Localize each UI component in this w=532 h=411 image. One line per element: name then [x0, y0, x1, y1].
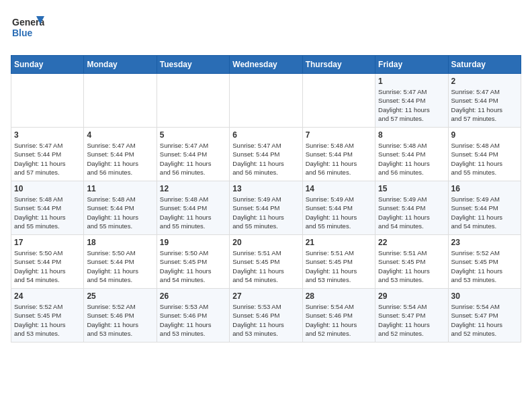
day-number: 24: [14, 291, 81, 301]
col-header-tuesday: Tuesday: [157, 56, 229, 74]
calendar-cell: 24Sunrise: 5:52 AM Sunset: 5:45 PM Dayli…: [11, 289, 84, 342]
day-info: Sunrise: 5:54 AM Sunset: 5:46 PM Dayligh…: [306, 302, 372, 338]
calendar-cell: 16Sunrise: 5:49 AM Sunset: 5:44 PM Dayli…: [448, 181, 521, 235]
day-info: Sunrise: 5:47 AM Sunset: 5:44 PM Dayligh…: [87, 141, 153, 177]
calendar-cell: 5Sunrise: 5:47 AM Sunset: 5:44 PM Daylig…: [157, 128, 229, 181]
day-info: Sunrise: 5:48 AM Sunset: 5:44 PM Dayligh…: [306, 141, 372, 177]
calendar-cell: 6Sunrise: 5:47 AM Sunset: 5:44 PM Daylig…: [230, 128, 302, 181]
day-number: 5: [160, 130, 226, 140]
calendar-cell: 27Sunrise: 5:53 AM Sunset: 5:46 PM Dayli…: [230, 289, 302, 342]
calendar-cell: [302, 74, 375, 128]
calendar-cell: 14Sunrise: 5:49 AM Sunset: 5:44 PM Dayli…: [302, 181, 375, 235]
calendar-cell: [157, 74, 229, 128]
calendar-cell: 28Sunrise: 5:54 AM Sunset: 5:46 PM Dayli…: [302, 289, 375, 342]
col-header-saturday: Saturday: [448, 56, 521, 74]
calendar-table: SundayMondayTuesdayWednesdayThursdayFrid…: [11, 55, 521, 342]
day-number: 4: [87, 130, 153, 140]
day-info: Sunrise: 5:47 AM Sunset: 5:44 PM Dayligh…: [232, 141, 299, 177]
day-number: 30: [451, 291, 518, 301]
calendar-cell: [84, 74, 157, 128]
calendar-cell: 12Sunrise: 5:48 AM Sunset: 5:44 PM Dayli…: [157, 181, 229, 235]
day-number: 29: [378, 291, 445, 301]
calendar-cell: 15Sunrise: 5:49 AM Sunset: 5:44 PM Dayli…: [375, 181, 448, 235]
day-number: 19: [160, 238, 226, 247]
col-header-thursday: Thursday: [302, 56, 375, 74]
day-info: Sunrise: 5:48 AM Sunset: 5:44 PM Dayligh…: [378, 141, 445, 177]
week-row-1: 1Sunrise: 5:47 AM Sunset: 5:44 PM Daylig…: [11, 74, 521, 128]
day-info: Sunrise: 5:50 AM Sunset: 5:45 PM Dayligh…: [160, 248, 226, 284]
day-number: 9: [451, 130, 518, 140]
calendar-cell: 20Sunrise: 5:51 AM Sunset: 5:45 PM Dayli…: [230, 235, 302, 289]
day-info: Sunrise: 5:52 AM Sunset: 5:46 PM Dayligh…: [87, 302, 153, 338]
day-number: 27: [232, 291, 299, 301]
calendar-cell: 10Sunrise: 5:48 AM Sunset: 5:44 PM Dayli…: [11, 181, 84, 235]
svg-text:Blue: Blue: [12, 28, 33, 38]
calendar-cell: 30Sunrise: 5:54 AM Sunset: 5:47 PM Dayli…: [448, 289, 521, 342]
page-header: General Blue: [11, 11, 521, 47]
day-info: Sunrise: 5:47 AM Sunset: 5:44 PM Dayligh…: [14, 141, 81, 177]
day-info: Sunrise: 5:52 AM Sunset: 5:45 PM Dayligh…: [451, 248, 518, 284]
calendar-cell: 2Sunrise: 5:47 AM Sunset: 5:44 PM Daylig…: [448, 74, 521, 128]
calendar-cell: 11Sunrise: 5:48 AM Sunset: 5:44 PM Dayli…: [84, 181, 157, 235]
day-info: Sunrise: 5:53 AM Sunset: 5:46 PM Dayligh…: [232, 302, 299, 338]
calendar-cell: 22Sunrise: 5:51 AM Sunset: 5:45 PM Dayli…: [375, 235, 448, 289]
day-info: Sunrise: 5:49 AM Sunset: 5:44 PM Dayligh…: [232, 195, 299, 230]
col-header-friday: Friday: [375, 56, 448, 74]
week-row-3: 10Sunrise: 5:48 AM Sunset: 5:44 PM Dayli…: [11, 181, 521, 235]
col-header-wednesday: Wednesday: [230, 56, 302, 74]
week-row-2: 3Sunrise: 5:47 AM Sunset: 5:44 PM Daylig…: [11, 128, 521, 181]
day-info: Sunrise: 5:49 AM Sunset: 5:44 PM Dayligh…: [378, 195, 445, 230]
day-info: Sunrise: 5:53 AM Sunset: 5:46 PM Dayligh…: [160, 302, 226, 338]
day-number: 25: [87, 291, 153, 301]
day-info: Sunrise: 5:50 AM Sunset: 5:44 PM Dayligh…: [14, 248, 81, 284]
day-number: 15: [378, 184, 445, 193]
calendar-header-row: SundayMondayTuesdayWednesdayThursdayFrid…: [11, 56, 521, 74]
day-number: 2: [451, 77, 518, 86]
calendar-cell: 21Sunrise: 5:51 AM Sunset: 5:45 PM Dayli…: [302, 235, 375, 289]
calendar-cell: 23Sunrise: 5:52 AM Sunset: 5:45 PM Dayli…: [448, 235, 521, 289]
day-number: 13: [232, 184, 299, 193]
col-header-monday: Monday: [84, 56, 157, 74]
day-number: 22: [378, 238, 445, 247]
day-number: 26: [160, 291, 226, 301]
day-number: 14: [306, 184, 372, 193]
col-header-sunday: Sunday: [11, 56, 84, 74]
calendar-cell: 8Sunrise: 5:48 AM Sunset: 5:44 PM Daylig…: [375, 128, 448, 181]
day-info: Sunrise: 5:47 AM Sunset: 5:44 PM Dayligh…: [378, 87, 445, 123]
day-number: 7: [306, 130, 372, 140]
calendar-cell: 25Sunrise: 5:52 AM Sunset: 5:46 PM Dayli…: [84, 289, 157, 342]
day-number: 21: [306, 238, 372, 247]
day-number: 23: [451, 238, 518, 247]
day-info: Sunrise: 5:51 AM Sunset: 5:45 PM Dayligh…: [232, 248, 299, 284]
day-info: Sunrise: 5:54 AM Sunset: 5:47 PM Dayligh…: [451, 302, 518, 338]
calendar-cell: 3Sunrise: 5:47 AM Sunset: 5:44 PM Daylig…: [11, 128, 84, 181]
day-info: Sunrise: 5:50 AM Sunset: 5:44 PM Dayligh…: [87, 248, 153, 284]
week-row-4: 17Sunrise: 5:50 AM Sunset: 5:44 PM Dayli…: [11, 235, 521, 289]
day-number: 1: [378, 77, 445, 86]
day-info: Sunrise: 5:47 AM Sunset: 5:44 PM Dayligh…: [451, 87, 518, 123]
day-info: Sunrise: 5:49 AM Sunset: 5:44 PM Dayligh…: [306, 195, 372, 230]
day-info: Sunrise: 5:48 AM Sunset: 5:44 PM Dayligh…: [451, 141, 518, 177]
calendar-cell: 9Sunrise: 5:48 AM Sunset: 5:44 PM Daylig…: [448, 128, 521, 181]
day-number: 16: [451, 184, 518, 193]
day-info: Sunrise: 5:47 AM Sunset: 5:44 PM Dayligh…: [160, 141, 226, 177]
day-info: Sunrise: 5:52 AM Sunset: 5:45 PM Dayligh…: [14, 302, 81, 338]
calendar-cell: 17Sunrise: 5:50 AM Sunset: 5:44 PM Dayli…: [11, 235, 84, 289]
day-number: 17: [14, 238, 81, 247]
calendar-cell: 4Sunrise: 5:47 AM Sunset: 5:44 PM Daylig…: [84, 128, 157, 181]
day-info: Sunrise: 5:51 AM Sunset: 5:45 PM Dayligh…: [306, 248, 372, 284]
day-number: 20: [232, 238, 299, 247]
calendar-cell: 26Sunrise: 5:53 AM Sunset: 5:46 PM Dayli…: [157, 289, 229, 342]
day-info: Sunrise: 5:48 AM Sunset: 5:44 PM Dayligh…: [160, 195, 226, 230]
calendar-cell: 19Sunrise: 5:50 AM Sunset: 5:45 PM Dayli…: [157, 235, 229, 289]
day-number: 8: [378, 130, 445, 140]
day-info: Sunrise: 5:49 AM Sunset: 5:44 PM Dayligh…: [451, 195, 518, 230]
logo: General Blue: [11, 11, 44, 47]
calendar-cell: 13Sunrise: 5:49 AM Sunset: 5:44 PM Dayli…: [230, 181, 302, 235]
calendar-cell: 29Sunrise: 5:54 AM Sunset: 5:47 PM Dayli…: [375, 289, 448, 342]
day-info: Sunrise: 5:48 AM Sunset: 5:44 PM Dayligh…: [87, 195, 153, 230]
calendar-cell: 7Sunrise: 5:48 AM Sunset: 5:44 PM Daylig…: [302, 128, 375, 181]
day-number: 18: [87, 238, 153, 247]
logo-icon: General Blue: [11, 11, 44, 44]
day-number: 12: [160, 184, 226, 193]
